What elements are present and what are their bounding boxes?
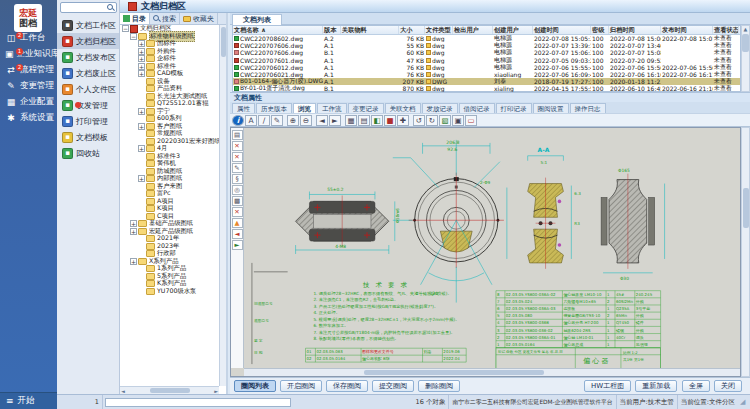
zoom-in-icon[interactable]: ⊕ (287, 115, 299, 126)
scroll-left-icon[interactable]: ◄ (121, 388, 125, 394)
tree-expander-icon[interactable]: + (138, 145, 145, 152)
button-删除圈阅[interactable]: 删除圈阅 (418, 380, 460, 392)
file-row[interactable]: CWC220706021.dwgA.176 KBdwgxiaoliang2022… (233, 71, 740, 78)
fill-icon[interactable]: ◧ (371, 115, 383, 126)
prop-tab-操作日志[interactable]: 操作日志 (570, 103, 606, 113)
prop-tab-圈阅设置[interactable]: 圈阅设置 (533, 103, 569, 113)
tree-expander-icon[interactable]: + (138, 40, 145, 47)
button-全屏[interactable]: 全屏 (682, 380, 710, 392)
pencil-icon[interactable]: ✎ (271, 115, 283, 126)
seal-icon[interactable]: § (232, 174, 243, 184)
column-header-creator[interactable]: 创建用户 (493, 26, 533, 34)
prop-tab-历史版本[interactable]: 历史版本 (256, 103, 292, 113)
column-header-name[interactable]: 文档名称 ∧ (233, 26, 323, 34)
prop-tab-借阅记录[interactable]: 借阅记录 (459, 103, 495, 113)
prop-tab-打印记录[interactable]: 打印记录 (496, 103, 532, 113)
sidebar-item-企业配置[interactable]: ▦企业配置 (0, 94, 57, 110)
back-icon[interactable]: ◄ (232, 229, 243, 239)
column-header-size[interactable]: 大小 (399, 26, 425, 34)
stamp-icon[interactable]: ■ (384, 115, 396, 126)
prop-tab-浏览[interactable]: 浏览 (293, 103, 316, 113)
zoom-out-icon[interactable]: ⊖ (300, 115, 312, 126)
tree-expander-icon[interactable]: + (138, 175, 145, 182)
prop-tab-发放记录[interactable]: 发放记录 (422, 103, 458, 113)
invalid-stamp-icon[interactable]: ✕ (232, 152, 243, 162)
redo-icon[interactable]: ↻ (426, 115, 438, 126)
column-header-archived[interactable]: 归档时间 (609, 26, 661, 34)
menu-item-打印管理[interactable]: ▪打印管理 (57, 113, 119, 129)
tree-expander-icon[interactable]: + (138, 70, 145, 77)
layers-icon[interactable]: ▤ (358, 115, 370, 126)
text-icon[interactable]: A (245, 115, 257, 126)
menu-item-收发管理[interactable]: ▪收发管理 (57, 97, 119, 113)
menu-item-文档模板[interactable]: ▪文档模板 (57, 129, 119, 145)
tree-expander-icon[interactable]: + (138, 55, 145, 62)
table-vertical-scrollbar[interactable]: ▲ (741, 25, 750, 92)
line-icon[interactable]: ∕ (258, 115, 270, 126)
prop-tab-属性[interactable]: 属性 (232, 103, 255, 113)
prop-tab-工作流[interactable]: 工作流 (317, 103, 347, 113)
scroll-up-icon[interactable]: ▲ (744, 26, 748, 32)
sidebar-item-系统设置[interactable]: ✱系统设置 (0, 110, 57, 126)
file-row[interactable]: CWC220708602.dwgA.276 KBdwg电梯源2022-07-08… (233, 35, 740, 42)
hatch-icon[interactable]: ▧ (439, 115, 451, 126)
prop-tab-关联文档[interactable]: 关联文档 (385, 103, 421, 113)
annotate-icon[interactable]: ✎ (232, 163, 243, 173)
menu-search-input[interactable] (61, 3, 107, 12)
scroll-right-icon[interactable]: ► (214, 388, 218, 394)
file-row[interactable]: CWC220706012.dwgA.176 KBdwg电梯源2022-07-06… (233, 64, 740, 71)
move-icon[interactable]: ✚ (397, 115, 409, 126)
tree-vertical-scrollbar[interactable] (219, 25, 226, 386)
file-row[interactable]: B01-0164-偏心器万(胶).DWGA.1207 KBDWG刘泰2018-0… (233, 78, 740, 85)
tree-expander-icon[interactable]: + (138, 48, 145, 55)
tree-expander-icon[interactable]: + (138, 123, 145, 130)
info-icon[interactable]: i (232, 115, 244, 126)
tree-expander-icon[interactable]: − (122, 25, 129, 32)
start-button[interactable]: ≡ 开始 (0, 392, 57, 409)
tree-tab-收藏夹[interactable]: 收藏夹 (180, 13, 218, 24)
menu-item-文档废止区[interactable]: ▪文档废止区 (57, 65, 119, 81)
tree-item[interactable]: 20220301宏来好图纸 (120, 138, 219, 146)
button-HW工程图[interactable]: HW工程图 (584, 380, 631, 392)
file-row[interactable]: CWC220707606.dwgA.155 KBdwg电梯源2022-07-07… (233, 42, 740, 49)
delete-mark-icon[interactable]: ✕ (232, 207, 243, 217)
button-保存圈阅[interactable]: 保存圈阅 (326, 380, 368, 392)
prop-tab-变更记录[interactable]: 变更记录 (348, 103, 384, 113)
send-icon[interactable]: ► (232, 240, 243, 250)
tree-item[interactable]: YU700级水泵 (120, 288, 219, 296)
cad-preview-canvas[interactable]: ▤✕✕✎§◎▩✕▲◄► (230, 127, 741, 377)
column-header-level[interactable]: 密级 (591, 26, 609, 34)
sidebar-item-变更管理[interactable]: ✎变更管理 (0, 78, 57, 94)
canvas-horizontal-scrollbar[interactable] (244, 368, 740, 376)
redline-icon[interactable]: ▭ (465, 115, 477, 126)
grid-icon[interactable]: ▦ (345, 115, 357, 126)
pan-left-icon[interactable]: ◄ (316, 115, 328, 126)
sidebar-item-流程管理[interactable]: ⇄2流程管理 (0, 62, 57, 78)
file-row[interactable]: CWC220707606.dwgB.160 KBdwg电梯源2022-07-07… (233, 49, 740, 56)
menu-item-回收站[interactable]: ▪回收站 (57, 145, 119, 161)
button-关闭[interactable]: 关闭 (714, 380, 742, 392)
column-header-checkout[interactable]: 检出用户 (453, 26, 493, 34)
menu-search-box[interactable] (60, 2, 117, 13)
column-header-published[interactable]: 发布时间 (661, 26, 713, 34)
undo-icon[interactable]: ↺ (413, 115, 425, 126)
sidebar-item-工作台[interactable]: ◫2工作台 (0, 30, 57, 46)
canvas-vertical-scrollbar[interactable] (741, 127, 750, 377)
tree-expander-icon[interactable]: + (138, 108, 145, 115)
menu-item-个人文件区[interactable]: ▪个人文件区 (57, 81, 119, 97)
tree-expander-icon[interactable]: + (130, 258, 137, 265)
menu-item-文档工作区[interactable]: ▪文档工作区 (57, 17, 119, 33)
column-header-version[interactable]: 版本 (323, 26, 341, 34)
column-header-type[interactable]: 文件类型 (425, 26, 453, 34)
button-重新加载[interactable]: 重新加载 (635, 380, 677, 392)
button-开启圈阅[interactable]: 开启圈阅 (280, 380, 322, 392)
stamp-round-icon[interactable]: ◎ (232, 185, 243, 195)
tree-expander-icon[interactable]: + (130, 220, 137, 227)
tab-document-list[interactable]: 文档列表 (232, 14, 282, 25)
tree-expander-icon[interactable]: + (138, 63, 145, 70)
column-header-created[interactable]: 创建时间 (533, 26, 591, 34)
frame-icon[interactable]: ▣ (452, 115, 464, 126)
tree-tab-搜索[interactable]: 搜索 (150, 13, 180, 24)
sidebar-item-企业知识库[interactable]: ▣1企业知识库 (0, 46, 57, 62)
column-header-material[interactable]: 关联物料 (341, 26, 399, 34)
